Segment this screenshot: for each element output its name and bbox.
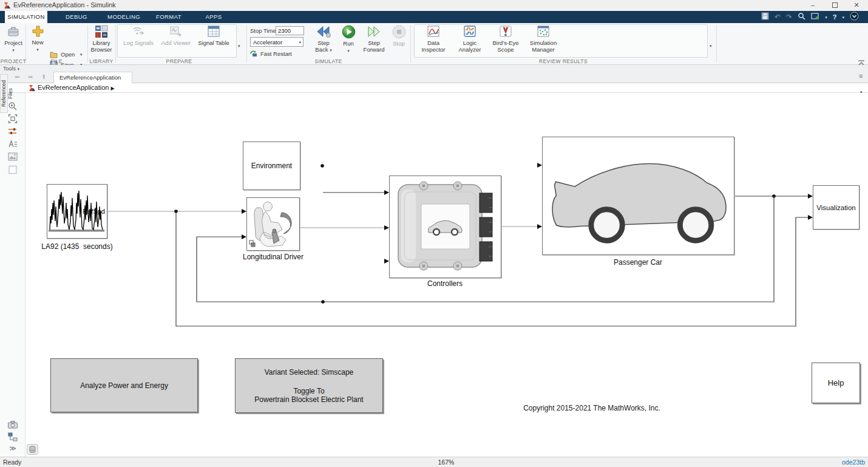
tools-menu[interactable]: Tools ▾ <box>3 66 19 72</box>
variant-toggle-button[interactable]: Variant Selected: Simscape Toggle To Pow… <box>235 358 383 413</box>
capture-icon[interactable] <box>811 12 819 22</box>
model-icon <box>29 84 36 92</box>
drive-cycle-block[interactable]: RefSpd <box>47 184 107 239</box>
prepare-gallery-caret[interactable]: ▾ <box>238 39 240 50</box>
tab-format[interactable]: FORMAT <box>148 11 189 23</box>
chevron-down-icon: ▾ <box>12 48 15 52</box>
model-data-button[interactable] <box>27 444 38 455</box>
referenced-files-tab[interactable]: Referenced Files <box>0 74 8 113</box>
breadcrumb-arrow-icon: ▶ <box>110 86 114 91</box>
annotation-icon[interactable] <box>8 140 18 151</box>
visualization-block[interactable]: Visualization <box>813 185 860 230</box>
breadcrumb[interactable]: EvReferenceApplication ▶ <box>38 84 115 91</box>
simulation-manager-button[interactable]: Simulation Manager <box>526 24 560 57</box>
help-block[interactable]: Help <box>812 363 860 403</box>
chevron-down-icon: ▾ <box>347 49 350 53</box>
account-icon[interactable] <box>850 12 859 23</box>
variant-selected-label: Variant Selected: Simscape <box>265 368 354 377</box>
step-forward-button[interactable]: Step Forward <box>361 24 387 57</box>
group-label-simulate: SIMULATE <box>314 58 342 64</box>
longitudinal-driver-label: Longitudinal Driver <box>243 253 303 261</box>
log-signals-button[interactable]: Log Signals <box>121 24 155 57</box>
tab-simulation[interactable]: SIMULATION <box>5 11 47 23</box>
area-box-icon[interactable] <box>8 165 18 177</box>
chevron-down-icon: ▾ <box>710 44 712 48</box>
add-viewer-button[interactable]: Add Viewer <box>159 24 193 57</box>
library-browser-label: Library Browser <box>91 39 112 53</box>
back-icon[interactable]: ⬅ <box>15 73 19 80</box>
project-button[interactable]: Project ▾ <box>1 24 25 57</box>
new-label: New <box>32 39 43 46</box>
search-icon[interactable] <box>798 12 805 22</box>
tab-modeling[interactable]: MODELING <box>101 11 147 23</box>
step-back-button[interactable]: Step Back ▾ <box>311 24 336 57</box>
database-icon <box>29 446 36 453</box>
status-ready: Ready <box>3 458 21 466</box>
step-forward-icon <box>366 25 382 38</box>
solver-link[interactable]: ode23tb <box>842 458 865 466</box>
step-forward-label: Step Forward <box>364 39 385 53</box>
image-icon[interactable] <box>8 152 18 163</box>
controllers-block[interactable] <box>389 176 501 278</box>
tab-apps[interactable]: APPS <box>193 11 234 23</box>
passenger-car-label: Passenger Car <box>614 258 662 267</box>
project-label: Project <box>4 39 22 46</box>
zoom-level: 167% <box>425 458 467 466</box>
minimize-button[interactable]: – <box>802 0 823 11</box>
analyze-power-label: Analyze Power and Energy <box>80 381 168 390</box>
group-separator <box>246 25 247 63</box>
variant-target-label: Powertrain Blockset Electric Plant <box>254 395 363 404</box>
help-icon[interactable]: ? <box>833 13 837 21</box>
run-button[interactable]: Run ▾ <box>337 24 359 57</box>
tab-list-icon[interactable]: ≡ <box>859 72 863 80</box>
fit-view-icon[interactable] <box>8 114 18 126</box>
stop-time-input[interactable]: 2300 <box>276 26 304 35</box>
undo-icon[interactable]: ↶ <box>775 13 781 21</box>
open-button[interactable]: Open ▾ <box>50 49 83 59</box>
simulation-mode-select[interactable]: Accelerator ▾ <box>250 37 303 47</box>
model-tab[interactable]: EvReferenceApplication <box>53 72 132 83</box>
library-browser-button[interactable]: Library Browser <box>88 24 115 57</box>
passenger-car-block[interactable] <box>542 137 734 255</box>
help-caret-icon[interactable]: ▾ <box>842 15 844 19</box>
maximize-button[interactable] <box>824 0 845 11</box>
review-gallery-caret[interactable]: ▾ <box>710 39 712 50</box>
car-icon <box>543 137 734 254</box>
library-browser-icon <box>95 25 108 38</box>
environment-block[interactable]: Environment <box>243 141 300 190</box>
breadcrumb-item[interactable]: EvReferenceApplication <box>38 84 109 91</box>
stop-button[interactable]: Stop <box>388 24 409 57</box>
capture-caret-icon[interactable]: ▾ <box>825 15 827 19</box>
forward-icon[interactable]: ➡ <box>28 73 33 80</box>
model-browser-icon[interactable] <box>8 432 18 444</box>
tab-debug[interactable]: DEBUG <box>53 11 100 23</box>
signal-table-button[interactable]: Signal Table <box>197 24 231 57</box>
camera-icon[interactable] <box>8 420 18 431</box>
stop-label: Stop <box>393 40 405 47</box>
longitudinal-driver-block[interactable] <box>246 197 300 251</box>
new-button[interactable]: New ▾ <box>28 24 47 57</box>
stop-time-label: Stop Time <box>250 27 276 34</box>
birdseye-scope-button[interactable]: Bird's-Eye Scope <box>490 24 521 57</box>
chevron-down-icon: ▾ <box>18 67 20 71</box>
help-label: Help <box>828 378 844 387</box>
up-icon[interactable]: ⬆ <box>41 73 46 80</box>
status-bar: Ready 167% ode23tb <box>0 457 868 467</box>
expand-icons-icon[interactable]: ≫ <box>9 445 16 452</box>
quick-save-icon[interactable] <box>761 12 769 22</box>
zoom-icon[interactable] <box>8 101 18 114</box>
signal-lines-icon[interactable] <box>8 127 18 138</box>
group-separator <box>115 25 116 63</box>
data-inspector-button[interactable]: Data Inspector <box>418 24 449 57</box>
chevron-down-icon: ▾ <box>36 47 39 52</box>
redo-icon[interactable]: ↷ <box>786 13 792 21</box>
data-inspector-icon <box>427 25 440 38</box>
close-button[interactable]: ✕ <box>846 0 867 11</box>
signal-table-icon <box>207 25 220 38</box>
logic-analyzer-button[interactable]: Logic Analyzer <box>454 24 486 57</box>
fast-restart-label: Fast Restart <box>260 50 292 57</box>
output-port-label: RefSpd <box>83 208 105 215</box>
fast-restart-button[interactable]: Fast Restart <box>250 49 292 58</box>
model-canvas[interactable]: RefSpd LA92 (1435 seconds) Environment L… <box>25 93 868 457</box>
analyze-power-button[interactable]: Analyze Power and Energy <box>50 358 198 412</box>
